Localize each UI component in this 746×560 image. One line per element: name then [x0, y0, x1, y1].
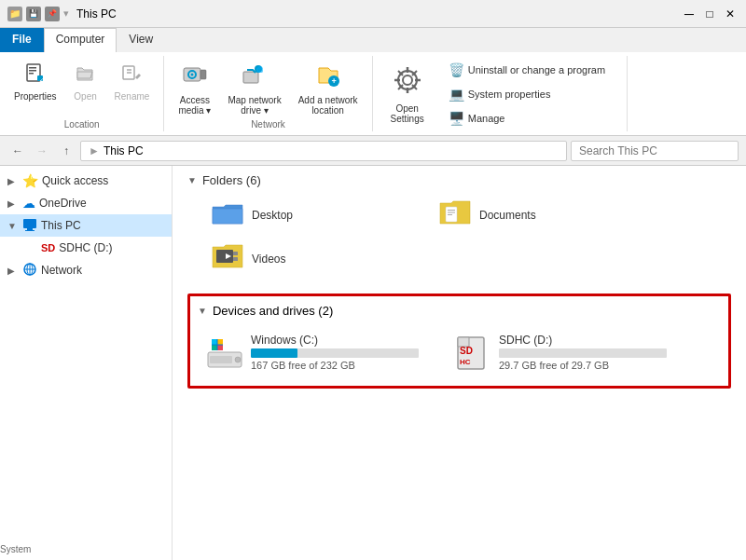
drives-grid: Windows (C:) 167 GB free of 232 GB: [198, 325, 721, 378]
sdhc-drive-icon: SD HC: [450, 330, 491, 374]
back-button[interactable]: ←: [7, 141, 28, 161]
network-icon: [22, 262, 37, 280]
up-button[interactable]: ↑: [56, 141, 76, 161]
ribbon-group-system: OpenSettings 🗑️ Uninstall or change a pr…: [373, 56, 629, 131]
svg-rect-2: [29, 70, 36, 72]
this-pc-label: This PC: [41, 219, 81, 232]
folder-desktop[interactable]: Desktop: [202, 195, 426, 235]
sidebar-item-network[interactable]: ▶ Network: [0, 259, 172, 281]
windows-c-name: Windows (C:): [251, 334, 419, 347]
svg-rect-13: [243, 72, 258, 83]
svg-rect-3: [29, 73, 34, 75]
svg-rect-45: [218, 339, 224, 345]
nav-bar: ← → ↑ ► This PC: [0, 136, 746, 166]
open-icon: [75, 62, 97, 89]
svg-rect-50: [210, 356, 232, 363]
drive-windows-c[interactable]: Windows (C:) 167 GB free of 232 GB: [198, 325, 427, 378]
ribbon-group-network: Accessmedia ▾ 🌐 Map networkdrive ▾: [164, 56, 372, 131]
videos-folder-icon: [211, 243, 244, 274]
maximize-button[interactable]: □: [701, 6, 718, 22]
folders-collapse-arrow[interactable]: ▼: [187, 175, 197, 185]
open-settings-button[interactable]: OpenSettings: [380, 56, 435, 131]
svg-rect-38: [448, 214, 452, 215]
drives-section-title: Devices and drives (2): [213, 304, 333, 318]
sidebar-item-sdhc[interactable]: SD SDHC (D:): [0, 237, 172, 259]
svg-point-11: [190, 74, 193, 76]
pin-icon[interactable]: 📌: [45, 7, 60, 21]
manage-icon: 🖥️: [449, 111, 464, 126]
open-button[interactable]: Open: [67, 60, 104, 104]
add-network-location-icon: +: [315, 62, 341, 93]
ribbon-group-location: ✓ Properties Open: [0, 56, 164, 131]
access-media-button[interactable]: Accessmedia ▾: [172, 60, 217, 118]
sdhc-d-bar: [499, 348, 667, 358]
map-network-drive-label: Map networkdrive ▾: [228, 95, 281, 116]
onedrive-icon: ☁: [22, 196, 35, 211]
map-network-drive-icon: 🌐: [242, 62, 268, 93]
svg-text:SD: SD: [460, 346, 473, 356]
open-label: Open: [74, 91, 96, 102]
drives-section-header: ▼ Devices and drives (2): [198, 304, 721, 318]
videos-label: Videos: [252, 253, 285, 266]
folders-section-header: ▼ Folders (6): [187, 173, 731, 187]
svg-rect-30: [25, 230, 35, 231]
quick-access-arrow: ▶: [7, 176, 19, 186]
sidebar: ▶ ⭐ Quick access ▶ ☁ OneDrive ▼ This PC …: [0, 166, 173, 560]
drives-collapse-arrow[interactable]: ▼: [198, 306, 207, 316]
svg-text:+: +: [331, 76, 336, 86]
uninstall-icon: 🗑️: [449, 62, 464, 77]
tab-computer[interactable]: Computer: [44, 28, 117, 52]
map-network-drive-button[interactable]: 🌐 Map networkdrive ▾: [221, 60, 287, 118]
window-title: This PC: [76, 7, 117, 20]
location-buttons: ✓ Properties Open: [7, 56, 156, 119]
svg-rect-29: [27, 228, 33, 230]
drives-section: ▼ Devices and drives (2): [187, 294, 731, 389]
access-media-icon: [182, 62, 208, 93]
system-side-buttons: 🗑️ Uninstall or change a program 💻 Syste…: [435, 56, 619, 131]
windows-c-free: 167 GB free of 232 GB: [251, 360, 419, 371]
properties-label: Properties: [14, 91, 57, 102]
quick-save-icon[interactable]: 💾: [26, 7, 41, 21]
network-buttons: Accessmedia ▾ 🌐 Map networkdrive ▾: [172, 56, 364, 119]
tab-file[interactable]: File: [0, 28, 44, 52]
properties-button[interactable]: ✓ Properties: [7, 60, 63, 104]
forward-button[interactable]: →: [32, 141, 52, 161]
title-bar-icons: 📁 💾 📌 ▾: [7, 7, 69, 21]
drive-sdhc-d[interactable]: SD HC SDHC (D:) 29.7 GB free of 29.7 GB: [442, 325, 675, 378]
svg-rect-1: [29, 67, 36, 69]
properties-icon: ✓: [24, 62, 47, 89]
onedrive-arrow: ▶: [7, 198, 19, 209]
svg-text:HC: HC: [460, 358, 471, 366]
add-network-location-label: Add a networklocation: [298, 95, 358, 116]
sdhc-d-name: SDHC (D:): [499, 334, 667, 347]
folder-videos[interactable]: Videos: [202, 239, 426, 279]
add-network-location-button[interactable]: + Add a networklocation: [292, 60, 365, 118]
sidebar-item-this-pc[interactable]: ▼ This PC: [0, 214, 172, 237]
network-group-label: Network: [251, 119, 285, 131]
svg-text:🌐: 🌐: [256, 66, 264, 74]
search-input[interactable]: [571, 141, 739, 161]
sidebar-item-onedrive[interactable]: ▶ ☁ OneDrive: [0, 192, 172, 214]
close-button[interactable]: ✕: [722, 6, 739, 22]
svg-rect-12: [200, 70, 206, 79]
windows-c-info: Windows (C:) 167 GB free of 232 GB: [251, 334, 419, 371]
svg-rect-47: [218, 345, 224, 350]
rename-button[interactable]: Rename: [108, 60, 157, 104]
tab-view[interactable]: View: [117, 28, 165, 52]
manage-button[interactable]: 🖥️ Manage: [442, 108, 612, 129]
minimize-button[interactable]: ─: [681, 6, 698, 22]
documents-folder-icon: [438, 199, 472, 230]
rename-icon: [120, 62, 143, 89]
svg-rect-37: [448, 212, 455, 213]
svg-point-19: [403, 75, 412, 85]
uninstall-button[interactable]: 🗑️ Uninstall or change a program: [442, 60, 612, 80]
network-arrow: ▶: [7, 266, 19, 276]
svg-rect-28: [23, 219, 36, 228]
window-controls: ─ □ ✕: [681, 6, 739, 22]
address-bar[interactable]: ► This PC: [80, 141, 567, 161]
sidebar-item-quick-access[interactable]: ▶ ⭐ Quick access: [0, 170, 172, 192]
folder-documents[interactable]: Documents: [430, 195, 654, 235]
windows-drive-icon: [206, 335, 243, 369]
desktop-folder-icon: [211, 199, 244, 230]
system-properties-button[interactable]: 💻 System properties: [442, 84, 612, 104]
